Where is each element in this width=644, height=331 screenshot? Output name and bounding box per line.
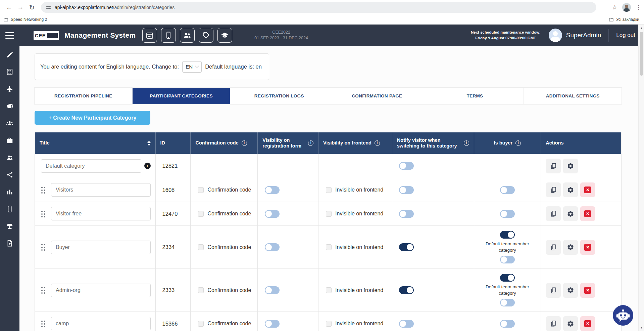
category-title-input[interactable] [51,284,151,297]
bookmark-folder[interactable]: Speed Networking 2 [0,15,50,24]
checkbox[interactable] [326,244,332,250]
sidebar-item-briefcase[interactable] [0,132,19,149]
settings-button[interactable] [563,283,578,298]
toggle-off[interactable] [500,186,515,194]
info-icon[interactable]: i [464,140,469,146]
settings-button[interactable] [563,240,578,255]
toggle-off[interactable] [265,320,280,328]
category-title-input[interactable] [51,317,151,330]
checkbox[interactable] [198,244,204,250]
checkbox[interactable] [198,211,204,217]
toggle-on[interactable] [500,231,515,239]
toggle-off[interactable] [265,210,280,218]
browser-menu-icon[interactable]: ⋮ [636,4,641,11]
scroll-up-icon[interactable]: ▲ [639,25,644,31]
toggle-off[interactable] [265,186,280,194]
create-category-button[interactable]: + Create New Participant Category [35,111,150,125]
toggle-off[interactable] [500,210,515,218]
toggle-off[interactable] [399,186,414,194]
checkbox[interactable] [326,321,332,327]
settings-button[interactable] [563,159,578,173]
sidebar-item-two-people[interactable] [0,149,19,166]
category-title-input[interactable] [51,241,151,254]
tag-toolbar-button[interactable] [199,28,213,43]
toggle-off[interactable] [265,243,280,251]
copy-button[interactable] [546,159,561,173]
browser-profile-avatar[interactable] [622,3,631,12]
language-select[interactable]: EN [182,61,202,73]
sort-icon[interactable] [147,141,151,146]
info-icon[interactable]: i [144,163,151,169]
category-title-input[interactable] [51,207,151,220]
tab-confirmation-page[interactable]: CONFIRMATION PAGE [328,88,426,104]
category-title-input[interactable] [41,159,141,173]
drag-handle-icon[interactable] [41,320,45,327]
scroll-down-icon[interactable]: ▼ [639,325,644,330]
toggle-on[interactable] [399,243,414,251]
tab-registration-pipeline[interactable]: REGISTRATION PIPELINE [35,88,133,104]
sidebar-item-booth[interactable] [0,217,19,235]
toggle-off[interactable] [265,286,280,294]
sidebar-item-file-export[interactable] [0,235,19,252]
toggle-off[interactable] [399,162,414,170]
info-icon[interactable]: i [375,140,380,146]
toggle-off[interactable] [500,299,515,306]
tab-additional-settings[interactable]: ADDITIONAL SETTINGS [524,88,622,104]
toggle-off[interactable] [500,320,515,328]
address-bar[interactable]: api-alpha2.expoplatform.net/admin/regist… [41,2,596,13]
sidebar-item-share[interactable] [0,166,19,183]
people-toolbar-button[interactable] [180,28,195,43]
drag-handle-icon[interactable] [41,210,45,217]
toggle-off[interactable] [399,320,414,328]
delete-button[interactable]: ✕ [580,283,595,298]
drag-handle-icon[interactable] [41,287,45,294]
scrollbar-thumb[interactable] [640,32,643,76]
settings-button[interactable] [563,316,578,331]
toggle-off[interactable] [399,210,414,218]
delete-button[interactable]: ✕ [580,182,595,197]
sidebar-item-mobile[interactable] [0,200,19,217]
checkbox[interactable] [198,187,204,193]
copy-button[interactable] [546,182,561,197]
toggle-on[interactable] [399,286,414,294]
sidebar-item-handshake[interactable] [0,97,19,115]
tab-registration-logs[interactable]: REGISTRATION LOGS [230,88,328,104]
site-settings-icon[interactable] [46,5,51,10]
bookmark-star-icon[interactable]: ☆ [612,4,617,11]
info-icon[interactable]: i [308,140,313,146]
chat-bot-button[interactable] [613,305,633,326]
back-icon[interactable]: ← [3,2,15,13]
delete-button[interactable]: ✕ [580,240,595,255]
page-scrollbar[interactable]: ▲ ▼ [638,25,644,331]
copy-button[interactable] [546,206,561,221]
drag-handle-icon[interactable] [41,244,45,251]
mobile-toolbar-button[interactable] [161,28,176,43]
hamburger-menu-icon[interactable] [5,32,14,39]
tab-participant-categories[interactable]: PARTICIPANT CATEGORIES [133,88,231,104]
reload-icon[interactable]: ↻ [26,2,38,13]
all-bookmarks[interactable]: Усі закладки [605,15,643,24]
copy-button[interactable] [546,283,561,298]
settings-button[interactable] [563,206,578,221]
tab-terms[interactable]: TERMS [426,88,524,104]
education-toolbar-button[interactable] [217,28,232,43]
delete-button[interactable]: ✕ [580,316,595,331]
sidebar-item-user-group[interactable] [0,115,19,132]
settings-button[interactable] [563,182,578,197]
copy-button[interactable] [546,240,561,255]
checkbox[interactable] [198,287,204,293]
calendar-toolbar-button[interactable] [142,28,157,43]
sidebar-item-airplane[interactable] [0,80,19,97]
toggle-on[interactable] [500,274,515,282]
forward-icon[interactable]: → [15,2,26,13]
checkbox[interactable] [326,211,332,217]
info-icon[interactable]: i [242,140,247,146]
checkbox[interactable] [198,321,204,327]
info-icon[interactable]: i [515,140,521,146]
copy-button[interactable] [546,316,561,331]
checkbox[interactable] [326,287,332,293]
logout-button[interactable]: Log out [616,32,635,39]
sidebar-item-pencil[interactable] [0,46,19,63]
sidebar-item-form[interactable] [0,63,19,80]
toggle-off[interactable] [500,256,515,263]
